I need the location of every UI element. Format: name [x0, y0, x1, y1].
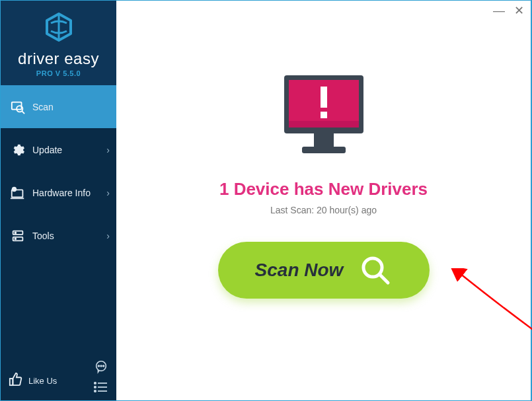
scan-now-button[interactable]: Scan Now [218, 242, 430, 299]
last-scan-text: Last Scan: 20 hour(s) ago [270, 205, 377, 215]
logo-area: driver easy PRO V 5.5.0 [1, 1, 116, 85]
svg-point-12 [15, 238, 16, 239]
sidebar-item-update[interactable]: Update › [1, 128, 116, 171]
minimize-button[interactable]: — [493, 5, 505, 17]
scan-icon [9, 100, 27, 114]
window-controls: — ✕ [493, 5, 524, 17]
svg-point-18 [95, 383, 96, 384]
svg-point-20 [95, 386, 96, 388]
chevron-right-icon: › [106, 145, 110, 155]
sidebar-item-label: Scan [32, 102, 54, 112]
sidebar-bottom-icons [94, 359, 108, 395]
chevron-right-icon: › [106, 188, 110, 198]
sidebar: driver easy PRO V 5.5.0 Scan [1, 1, 116, 400]
sidebar-item-tools[interactable]: Tools › [1, 214, 116, 257]
svg-rect-27 [314, 133, 334, 147]
annotation-arrow-icon [450, 268, 532, 341]
sidebar-item-label: Tools [32, 231, 54, 241]
sidebar-item-label: Update [32, 145, 62, 155]
search-icon [359, 254, 392, 287]
svg-rect-26 [289, 121, 359, 128]
svg-point-15 [98, 365, 99, 367]
app-window: — ✕ driver easy PRO V 5.5.0 [0, 0, 532, 401]
monitor-alert-icon [274, 72, 373, 161]
svg-point-16 [100, 365, 102, 367]
sidebar-bottom: Like Us [1, 361, 116, 400]
svg-rect-29 [321, 87, 327, 108]
scan-now-label: Scan Now [255, 260, 344, 281]
menu-list-icon[interactable] [94, 382, 108, 395]
sidebar-item-scan[interactable]: Scan [1, 85, 116, 128]
svg-point-17 [103, 365, 104, 367]
svg-rect-28 [302, 147, 346, 153]
brand-name: driver easy [1, 50, 116, 68]
svg-rect-30 [321, 112, 327, 118]
hardware-info-icon: i [9, 186, 27, 200]
main-panel: 1 Device has New Drivers Last Scan: 20 h… [116, 1, 531, 400]
chevron-right-icon: › [106, 231, 110, 241]
svg-point-11 [15, 232, 16, 233]
sidebar-item-label: Hardware Info [32, 188, 91, 198]
svg-point-22 [95, 390, 96, 392]
gear-icon [9, 143, 27, 157]
scan-headline: 1 Device has New Drivers [219, 179, 428, 200]
like-us-label[interactable]: Like Us [28, 376, 57, 386]
svg-rect-13 [10, 379, 13, 385]
thumbs-up-icon[interactable] [9, 372, 23, 389]
close-button[interactable]: ✕ [514, 5, 524, 17]
feedback-icon[interactable] [94, 359, 108, 377]
sidebar-item-hardware-info[interactable]: i Hardware Info › [1, 171, 116, 214]
tools-icon [9, 229, 27, 243]
brand-logo-icon [44, 13, 73, 44]
brand-version: PRO V 5.5.0 [1, 69, 116, 77]
svg-line-32 [380, 275, 388, 283]
sidebar-nav: Scan Update › i [1, 85, 116, 361]
svg-line-4 [22, 111, 24, 114]
